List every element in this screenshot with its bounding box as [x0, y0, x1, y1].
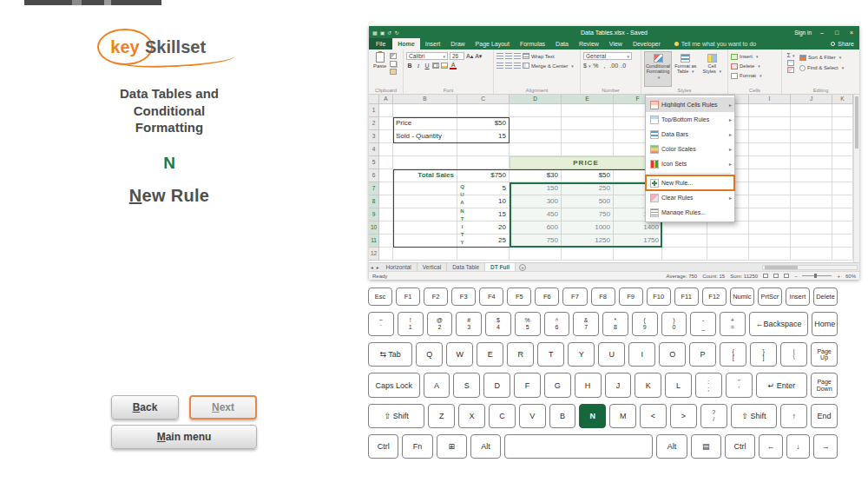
- key-f12[interactable]: F12: [702, 287, 727, 306]
- row-header-3[interactable]: 3: [369, 130, 379, 143]
- key-arrow-up[interactable]: ↑: [780, 404, 807, 428]
- number-format-select[interactable]: General▾: [583, 52, 632, 60]
- cell-I3[interactable]: [749, 130, 791, 143]
- cell-D2[interactable]: [510, 117, 562, 130]
- cell-J3[interactable]: [791, 130, 832, 143]
- key-shift-right[interactable]: ⇧ Shift: [731, 404, 778, 428]
- align-top-icon[interactable]: [496, 53, 503, 59]
- cell-J11[interactable]: [791, 235, 832, 248]
- cell-styles-button[interactable]: Cell Styles ▾: [700, 51, 726, 87]
- back-button[interactable]: Back: [111, 395, 179, 420]
- cell-C6[interactable]: $750: [457, 169, 510, 182]
- cell-E6[interactable]: $50: [562, 169, 614, 182]
- cell-D5[interactable]: [510, 156, 562, 169]
- sheet-nav-left-icon[interactable]: ◂: [369, 265, 375, 270]
- key-plus[interactable]: +=: [720, 312, 746, 336]
- key-backspace[interactable]: ←Backspace: [749, 312, 809, 336]
- page-layout-view-icon[interactable]: [773, 274, 779, 278]
- key-z[interactable]: Z: [428, 404, 455, 428]
- cell-D12[interactable]: [510, 248, 562, 261]
- key-alt[interactable]: Alt: [470, 434, 501, 459]
- row-header-4[interactable]: 4: [369, 143, 379, 156]
- sheet-tab-vertical[interactable]: Vertical: [418, 263, 447, 271]
- font-name-select[interactable]: Calibri▾: [406, 52, 448, 60]
- merge-center-icon[interactable]: [523, 63, 529, 69]
- cell-G12[interactable]: [662, 248, 707, 261]
- cf-menu-item-data-bars[interactable]: Data Bars▸: [646, 127, 734, 142]
- row-header-8[interactable]: 8: [369, 195, 379, 208]
- key-alt-right[interactable]: Alt: [656, 434, 687, 459]
- align-middle-icon[interactable]: [505, 53, 512, 59]
- cell-K10[interactable]: [832, 221, 853, 235]
- key-backslash[interactable]: |\: [780, 342, 807, 367]
- cell-D1[interactable]: [510, 104, 562, 117]
- cell-E7[interactable]: 250: [562, 182, 614, 195]
- key-caps-lock[interactable]: Caps Lock: [368, 373, 420, 397]
- row-header-9[interactable]: 9: [369, 208, 379, 221]
- key-bracket-close[interactable]: }]: [750, 342, 777, 367]
- key-prtscr[interactable]: PrtScr: [758, 287, 782, 306]
- cell-K4[interactable]: [832, 143, 853, 156]
- cell-A12[interactable]: [379, 248, 393, 261]
- cf-menu-item-top-bottom-rules[interactable]: Top/Bottom Rules▸: [646, 112, 734, 127]
- zoom-slider-thumb[interactable]: [814, 274, 817, 278]
- page-break-view-icon[interactable]: [784, 274, 789, 278]
- key-windows[interactable]: ⊞: [437, 434, 467, 459]
- cell-G10[interactable]: [662, 221, 707, 235]
- key-g[interactable]: G: [544, 373, 571, 397]
- cell-F10[interactable]: 1400: [614, 221, 662, 235]
- key-5[interactable]: %5: [515, 312, 541, 336]
- cell-B11[interactable]: [393, 235, 457, 248]
- key-delete[interactable]: Delete: [813, 287, 838, 306]
- cell-B8[interactable]: [393, 195, 457, 208]
- cell-K8[interactable]: [832, 195, 853, 208]
- cell-J6[interactable]: [791, 169, 832, 182]
- key-f[interactable]: F: [514, 373, 541, 397]
- cell-I9[interactable]: [749, 208, 791, 221]
- cell-K6[interactable]: [832, 169, 853, 182]
- key-i[interactable]: I: [628, 342, 655, 367]
- maximize-button[interactable]: □: [832, 30, 841, 36]
- key-f4[interactable]: F4: [479, 287, 503, 306]
- cell-D4[interactable]: [510, 143, 562, 156]
- ribbon-tab-formulas[interactable]: Formulas: [515, 38, 550, 50]
- cell-B12[interactable]: [393, 248, 457, 261]
- key-9[interactable]: (9: [632, 312, 658, 336]
- key-home[interactable]: Home: [812, 312, 838, 336]
- cell-E9[interactable]: 750: [562, 208, 614, 221]
- key-f8[interactable]: F8: [591, 287, 615, 306]
- font-color-icon[interactable]: [450, 62, 457, 69]
- cell-B1[interactable]: [393, 104, 457, 117]
- ribbon-tab-view[interactable]: View: [604, 38, 628, 50]
- key-n[interactable]: N: [579, 404, 606, 428]
- cell-C4[interactable]: [457, 143, 510, 156]
- cell-A4[interactable]: [379, 143, 393, 156]
- comma-style-button[interactable]: ,: [601, 62, 608, 69]
- cell-C12[interactable]: [457, 248, 510, 261]
- accounting-format-button[interactable]: $▾: [583, 62, 590, 69]
- key-w[interactable]: W: [446, 342, 473, 367]
- key-6[interactable]: ^6: [544, 312, 570, 336]
- cf-menu-item-manage-rules[interactable]: Manage Rules...: [646, 205, 734, 220]
- redo-icon[interactable]: ↻: [394, 30, 398, 36]
- cell-J1[interactable]: [791, 104, 832, 117]
- key-ctrl-right[interactable]: Ctrl: [725, 434, 755, 459]
- cell-C8[interactable]: 10: [457, 195, 510, 208]
- key-f2[interactable]: F2: [424, 287, 448, 306]
- key-t[interactable]: T: [537, 342, 564, 367]
- merge-center-label[interactable]: Merge & Center: [531, 63, 568, 69]
- key-0[interactable]: )0: [661, 312, 687, 336]
- italic-button[interactable]: I: [415, 62, 422, 69]
- row-header-2[interactable]: 2: [369, 117, 379, 130]
- key-a[interactable]: A: [424, 373, 450, 397]
- autosum-button[interactable]: Σ▾: [787, 51, 795, 59]
- cell-C5[interactable]: [457, 156, 510, 169]
- cf-menu-item-clear-rules[interactable]: Clear Rules▸: [646, 190, 734, 205]
- cell-K5[interactable]: [832, 156, 853, 169]
- cell-I6[interactable]: [749, 169, 791, 182]
- row-header-1[interactable]: 1: [369, 104, 379, 117]
- cell-A2[interactable]: [379, 117, 393, 130]
- cell-I11[interactable]: [749, 235, 791, 248]
- cf-menu-item-icon-sets[interactable]: Icon Sets▸: [646, 156, 734, 171]
- col-header-k[interactable]: K: [832, 95, 853, 104]
